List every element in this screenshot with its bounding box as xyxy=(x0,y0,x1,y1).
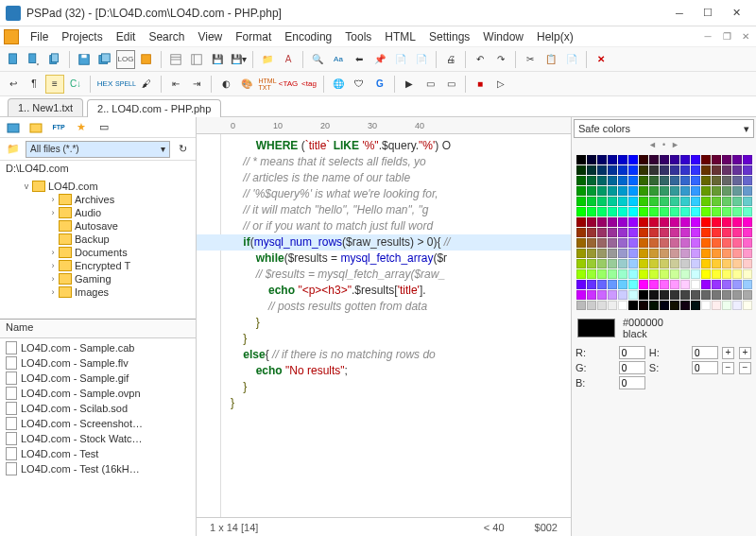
color-cell[interactable] xyxy=(701,290,711,300)
indent-left-button[interactable]: ⇤ xyxy=(166,75,185,94)
new-files-button[interactable] xyxy=(45,50,64,69)
color-cell[interactable] xyxy=(639,176,648,185)
color-cell[interactable] xyxy=(576,290,586,300)
color-cell[interactable] xyxy=(576,259,586,268)
color-cell[interactable] xyxy=(691,197,700,206)
color-cell[interactable] xyxy=(628,176,638,185)
color-cell[interactable] xyxy=(608,217,617,227)
color-cell[interactable] xyxy=(680,155,690,164)
s-input[interactable] xyxy=(692,361,718,374)
color-cell[interactable] xyxy=(722,197,731,206)
color-cell[interactable] xyxy=(597,165,607,175)
color-cell[interactable] xyxy=(587,290,596,300)
color-cell[interactable] xyxy=(732,269,742,279)
color-cell[interactable] xyxy=(680,186,690,196)
copy-button[interactable]: 📋 xyxy=(541,50,560,69)
color-cell[interactable] xyxy=(701,269,711,279)
color-cell[interactable] xyxy=(597,186,607,196)
color-cell[interactable] xyxy=(712,301,721,310)
plus2-button[interactable]: + xyxy=(739,347,751,359)
color-cell[interactable] xyxy=(670,238,679,248)
color-cell[interactable] xyxy=(618,280,627,289)
color-cell[interactable] xyxy=(608,301,617,310)
color-cell[interactable] xyxy=(722,217,731,227)
color-cell[interactable] xyxy=(649,186,659,196)
color-cell[interactable] xyxy=(712,165,721,175)
color-cell[interactable] xyxy=(670,301,679,310)
color-cell[interactable] xyxy=(628,301,638,310)
menu-help[interactable]: Help(x) xyxy=(531,28,579,45)
color-cell[interactable] xyxy=(597,155,607,164)
chevron-left-icon[interactable]: ◄ xyxy=(648,140,657,153)
menu-edit[interactable]: Edit xyxy=(111,28,142,45)
file-filter-combo[interactable]: All files (*.*)▾ xyxy=(26,141,170,158)
color-cell[interactable] xyxy=(701,249,711,258)
color-cell[interactable] xyxy=(639,155,648,164)
color-cell[interactable] xyxy=(587,269,596,279)
menu-file[interactable]: File xyxy=(25,28,54,45)
file-list-button[interactable] xyxy=(166,50,185,69)
color-cell[interactable] xyxy=(732,165,742,175)
mdi-close-icon[interactable]: ✕ xyxy=(739,30,752,43)
color-cell[interactable] xyxy=(649,290,659,300)
color-cell[interactable] xyxy=(608,197,617,206)
color-cell[interactable] xyxy=(639,280,648,289)
color-cell[interactable] xyxy=(576,217,586,227)
color-cell[interactable] xyxy=(701,186,711,196)
color-cell[interactable] xyxy=(712,269,721,279)
color-cell[interactable] xyxy=(712,228,721,237)
color-cell[interactable] xyxy=(712,290,721,300)
color-cell[interactable] xyxy=(701,155,711,164)
cut-button[interactable]: ✂ xyxy=(521,50,540,69)
list-item[interactable]: LO4D.com - Stock Watc… xyxy=(2,431,194,446)
color-cell[interactable] xyxy=(608,165,617,175)
color-cell[interactable] xyxy=(597,249,607,258)
code-editor[interactable]: WHERE (`title` LIKE '%".$query."%') O //… xyxy=(197,134,571,517)
color-cell[interactable] xyxy=(597,301,607,310)
tree-folder[interactable]: ›Audio xyxy=(2,206,194,219)
color-cell[interactable] xyxy=(670,207,679,216)
color-cell[interactable] xyxy=(628,186,638,196)
color-cell[interactable] xyxy=(691,155,700,164)
app-menu-icon[interactable] xyxy=(4,29,19,44)
highlight-button[interactable]: ≡ xyxy=(45,75,64,94)
color-cell[interactable] xyxy=(670,176,679,185)
refresh-icon[interactable]: ↻ xyxy=(173,141,192,158)
color-cell[interactable] xyxy=(597,176,607,185)
search-button[interactable]: 🔍 xyxy=(308,50,327,69)
chevron-right-icon[interactable]: ► xyxy=(671,140,679,153)
list-item[interactable]: LO4D.com - Test xyxy=(2,446,194,461)
tab-new1[interactable]: 1.. New1.txt xyxy=(8,98,83,116)
color-cell[interactable] xyxy=(712,186,721,196)
color-cell[interactable] xyxy=(680,197,690,206)
color-cell[interactable] xyxy=(660,301,669,310)
color-cell[interactable] xyxy=(597,259,607,268)
color-cell[interactable] xyxy=(639,269,648,279)
color-cell[interactable] xyxy=(587,155,596,164)
color-cell[interactable] xyxy=(722,155,731,164)
color-cell[interactable] xyxy=(670,269,679,279)
color-cell[interactable] xyxy=(628,155,638,164)
record-button[interactable]: ■ xyxy=(471,75,490,94)
color-cell[interactable] xyxy=(628,280,638,289)
macro-play-button[interactable]: ▷ xyxy=(491,75,510,94)
plus-button[interactable]: + xyxy=(722,347,734,359)
tree-root[interactable]: vLO4D.com xyxy=(2,180,194,193)
color-cell[interactable] xyxy=(691,176,700,185)
color-cell[interactable] xyxy=(597,269,607,279)
color-cell[interactable] xyxy=(587,249,596,258)
project-button[interactable] xyxy=(137,50,156,69)
undo-button[interactable]: ↶ xyxy=(471,50,490,69)
color-cell[interactable] xyxy=(576,238,586,248)
doc2-button[interactable]: 📄 xyxy=(412,50,431,69)
color-cell[interactable] xyxy=(680,238,690,248)
color-cell[interactable] xyxy=(608,186,617,196)
pin-button[interactable]: 📌 xyxy=(370,50,389,69)
color-cell[interactable] xyxy=(639,249,648,258)
color-cell[interactable] xyxy=(608,290,617,300)
color-cell[interactable] xyxy=(670,290,679,300)
color-cell[interactable] xyxy=(660,249,669,258)
color-cell[interactable] xyxy=(732,155,742,164)
list-item[interactable]: LO4D.com - Test (16kH… xyxy=(2,461,194,476)
color-cell[interactable] xyxy=(722,228,731,237)
